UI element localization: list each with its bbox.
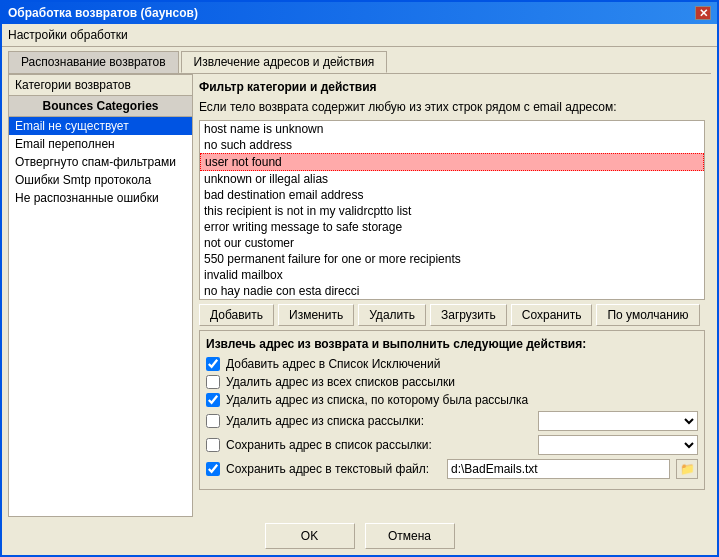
filter-description: Если тело возврата содержит любую из эти… [199,100,705,114]
filter-item-11[interactable]: user invalid [200,299,704,300]
category-item-smtp[interactable]: Ошибки Smtp протокола [9,171,192,189]
filter-header: Фильтр категории и действия [199,80,705,96]
tab-recognition[interactable]: Распознавание возвратов [8,51,179,73]
action-row-2: Удалить адрес из всех списков рассылки [206,375,698,389]
filter-item-9[interactable]: invalid mailbox [200,267,704,283]
tab-extraction[interactable]: Извлечение адресов и действия [181,51,388,73]
filter-item-5[interactable]: this recipient is not in my validrcptto … [200,203,704,219]
filter-item-4[interactable]: bad destination email address [200,187,704,203]
tab-bar: Распознавание возвратов Извлечение адрес… [2,47,717,73]
category-item-spam[interactable]: Отвергнуто спам-фильтрами [9,153,192,171]
action-checkbox-2[interactable] [206,375,220,389]
save-filter-button[interactable]: Сохранить [511,304,593,326]
ok-button[interactable]: OK [265,523,355,549]
filter-item-2[interactable]: user not found [200,153,704,171]
default-button[interactable]: По умолчанию [596,304,699,326]
action-checkbox-6[interactable] [206,462,220,476]
close-button[interactable]: ✕ [695,6,711,20]
title-bar: Обработка возвратов (баунсов) ✕ [2,2,717,24]
action-label-4: Удалить адрес из списка рассылки: [226,414,532,428]
bounces-categories-header: Bounces Categories [9,96,192,117]
load-button[interactable]: Загрузить [430,304,507,326]
filter-item-6[interactable]: error writing message to safe storage [200,219,704,235]
category-item-unrecognized[interactable]: Не распознанные ошибки [9,189,192,207]
action-checkbox-1[interactable] [206,357,220,371]
bottom-buttons: OK Отмена [2,517,717,555]
filter-item-10[interactable]: no hay nadie con esta direcci [200,283,704,299]
categories-section-header: Категории возвратов [9,75,192,96]
filter-item-1[interactable]: no such address [200,137,704,153]
filter-listbox[interactable]: host name is unknown no such address use… [199,120,705,300]
action-label-6: Сохранить адрес в текстовый файл: [226,462,441,476]
filter-item-3[interactable]: unknown or illegal alias [200,171,704,187]
main-content: Категории возвратов Bounces Categories E… [8,73,711,517]
main-window: Обработка возвратов (баунсов) ✕ Настройк… [0,0,719,557]
action-checkbox-3[interactable] [206,393,220,407]
settings-label: Настройки обработки [8,28,128,42]
action-label-5: Сохранить адрес в список рассылки: [226,438,532,452]
settings-bar: Настройки обработки [2,24,717,47]
filter-buttons: Добавить Изменить Удалить Загрузить Сохр… [199,304,705,326]
category-item-email-full[interactable]: Email переполнен [9,135,192,153]
action-row-4: Удалить адрес из списка рассылки: [206,411,698,431]
edit-button[interactable]: Изменить [278,304,354,326]
action-row-1: Добавить адрес в Список Исключений [206,357,698,371]
cancel-button[interactable]: Отмена [365,523,455,549]
category-item-email-not-exist[interactable]: Email не существует [9,117,192,135]
filter-item-8[interactable]: 550 permanent failure for one or more re… [200,251,704,267]
action-dropdown-5[interactable] [538,435,698,455]
window-title: Обработка возвратов (баунсов) [8,6,198,20]
delete-button[interactable]: Удалить [358,304,426,326]
filter-item-7[interactable]: not our customer [200,235,704,251]
action-row-5: Сохранить адрес в список рассылки: [206,435,698,455]
action-checkbox-4[interactable] [206,414,220,428]
filter-item-0[interactable]: host name is unknown [200,121,704,137]
action-text-input-6[interactable] [447,459,670,479]
right-panel: Фильтр категории и действия Если тело во… [193,74,711,517]
action-label-2: Удалить адрес из всех списков рассылки [226,375,698,389]
action-checkbox-5[interactable] [206,438,220,452]
action-dropdown-4[interactable] [538,411,698,431]
action-row-6: Сохранить адрес в текстовый файл: 📁 [206,459,698,479]
action-label-3: Удалить адрес из списка, по которому был… [226,393,698,407]
action-label-1: Добавить адрес в Список Исключений [226,357,698,371]
add-button[interactable]: Добавить [199,304,274,326]
folder-button-6[interactable]: 📁 [676,459,698,479]
actions-title: Извлечь адрес из возврата и выполнить сл… [206,337,698,351]
action-row-3: Удалить адрес из списка, по которому был… [206,393,698,407]
left-panel: Категории возвратов Bounces Categories E… [8,74,193,517]
actions-section: Извлечь адрес из возврата и выполнить сл… [199,330,705,490]
